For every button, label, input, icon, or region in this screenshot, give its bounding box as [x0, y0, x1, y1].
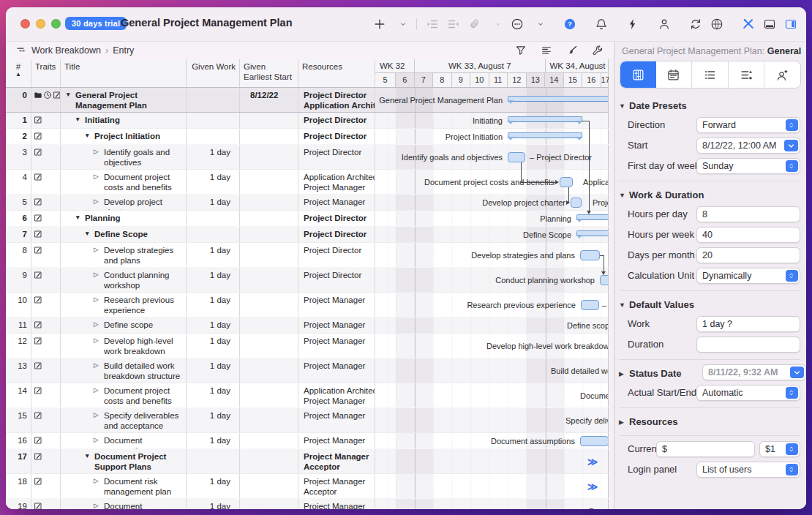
minimize-button[interactable] [36, 19, 45, 29]
date-picker-start[interactable]: 8/12/22, 12:00 AM [696, 138, 800, 154]
paperclip-icon[interactable] [468, 18, 481, 31]
gantt-bar-task[interactable] [580, 436, 609, 446]
bolt-icon[interactable] [626, 18, 639, 31]
gantt-bar-task[interactable] [560, 177, 573, 187]
trial-badge[interactable]: 30 days trial [65, 17, 127, 30]
more-circle-icon[interactable] [511, 18, 524, 31]
disclosure-triangle[interactable]: ▼ [65, 90, 75, 99]
gantt-bar-summary[interactable] [576, 230, 609, 236]
disclosure-triangle[interactable]: ▼ [84, 451, 94, 460]
table-row[interactable]: 17▼Document Project Support PlansProject… [6, 449, 614, 474]
disclosure-triangle[interactable]: ▼ [84, 131, 94, 140]
zoom-button[interactable] [51, 19, 61, 29]
inspector-tab-calendar[interactable] [656, 61, 693, 88]
gantt-bar-task[interactable] [580, 250, 600, 260]
text-field-currency-symbol[interactable]: $ [656, 441, 755, 457]
panel-bottom-icon[interactable] [763, 18, 776, 31]
table-row[interactable]: 10▷Research previous experience1 dayProj… [6, 293, 614, 317]
table-row[interactable]: 0▼General Project Management Plan8/12/22… [6, 88, 614, 113]
section-header-status-date[interactable]: ▶Status Date8/11/22, 9:32 AM [614, 364, 806, 383]
inspector-tab-list[interactable] [692, 61, 729, 88]
close-button[interactable] [20, 19, 30, 29]
inspector-tab-user-star[interactable] [764, 61, 800, 88]
tools-icon[interactable] [742, 18, 755, 31]
column-header-start[interactable]: Given Earliest Start [240, 59, 298, 87]
table-row[interactable]: 9▷Conduct planning workshop1 dayProject … [6, 268, 614, 293]
paintbrush-icon[interactable] [566, 45, 578, 56]
funnel-icon[interactable] [515, 45, 527, 56]
text-field-hours-per-day[interactable]: 8 [696, 206, 800, 222]
stepper-icon[interactable] [786, 443, 798, 455]
popup-actual-start-end[interactable]: Automatic [696, 385, 800, 401]
chevron-down-icon[interactable] [399, 20, 407, 29]
column-header-num[interactable]: #▲ [6, 59, 31, 87]
table-row[interactable]: 7▼Define ScopeProject DirectorDefine Sco… [6, 227, 614, 243]
disclosure-triangle[interactable]: ▼ [75, 213, 85, 222]
table-row[interactable]: 18▷Document risk management plan1 dayPro… [6, 474, 614, 499]
table-row[interactable]: 4▷Document project costs and benefits1 d… [6, 170, 614, 195]
person-icon[interactable] [658, 18, 671, 31]
section-header-work-duration[interactable]: ▼Work & Duration [614, 185, 806, 205]
table-row[interactable]: 11▷Define scope1 dayProject ManagerDefin… [6, 317, 614, 334]
stepper-icon[interactable] [786, 464, 798, 475]
popup-direction[interactable]: Forward [696, 117, 800, 133]
sync-icon[interactable] [689, 18, 702, 31]
disclosure-triangle[interactable]: ▼ [619, 192, 629, 199]
section-header-default-values[interactable]: ▼Default Values [614, 295, 806, 315]
column-header-work[interactable]: Given Work [187, 59, 240, 87]
gantt-bar-task[interactable] [581, 300, 599, 310]
table-row[interactable]: 5▷Develop project charter1 dayProject Ma… [6, 195, 614, 211]
text-field-hours-per-week[interactable]: 40 [696, 227, 800, 243]
table-row[interactable]: 12▷Develop high-level work breakdown str… [6, 334, 614, 358]
gantt-bar-summary[interactable] [576, 214, 609, 220]
gantt-bar-task[interactable] [600, 275, 609, 285]
outdent-icon[interactable] [447, 18, 460, 31]
table-row[interactable]: 8▷Develop strategies and plans1 dayProje… [6, 243, 614, 268]
help-filled-icon[interactable]: ? [563, 18, 576, 31]
table-row[interactable]: 2▼Project InitiationProject DirectorProj… [6, 129, 614, 145]
gantt-bar-task[interactable] [508, 152, 525, 162]
scrollbar-gutter[interactable] [609, 59, 614, 509]
disclosure-triangle[interactable]: ▶ [619, 370, 629, 377]
stepper-icon[interactable] [786, 387, 798, 399]
plus-icon[interactable] [373, 18, 386, 31]
table-row[interactable]: 19▷Document configuration management pla… [6, 499, 614, 509]
disclosure-triangle[interactable]: ▼ [75, 115, 85, 124]
bell-icon[interactable] [595, 18, 608, 31]
format-lines-icon[interactable] [541, 45, 552, 56]
stepper-icon[interactable] [786, 119, 798, 131]
inspector-tab-plan-settings[interactable] [620, 61, 656, 88]
stepper-icon[interactable] [786, 270, 798, 282]
chevron-down-icon[interactable] [536, 20, 545, 29]
table-row[interactable]: 1▼InitiatingProject DirectorInitiating [6, 113, 614, 129]
text-field-days-per-month[interactable]: 20 [696, 247, 800, 263]
table-row[interactable]: 16▷Document assumptions1 dayProject Mana… [6, 433, 614, 449]
inspector-tab-values[interactable] [729, 61, 765, 88]
disclosure-triangle[interactable]: ▼ [619, 301, 629, 309]
chevron-down-icon[interactable] [494, 20, 503, 29]
disclosure-triangle[interactable]: ▶ [619, 418, 629, 426]
text-field-work[interactable]: 1 day ? [696, 316, 800, 332]
chevron-down-icon[interactable] [784, 140, 798, 151]
stepper-icon[interactable] [786, 160, 798, 172]
popup-calculation-unit[interactable]: Dynamically [696, 268, 800, 284]
table-row[interactable]: 15▷Specify deliverables and acceptance c… [6, 408, 614, 433]
table-row[interactable]: 3▷Identify goals and objectives1 dayProj… [6, 145, 614, 170]
column-header-title[interactable]: Title [61, 59, 187, 87]
network-icon[interactable] [710, 18, 723, 31]
disclosure-triangle[interactable]: ▼ [84, 229, 94, 238]
section-header-resources[interactable]: ▶Resources [614, 412, 806, 432]
panel-right-icon[interactable] [784, 18, 797, 31]
gantt-bar-summary[interactable] [508, 116, 582, 122]
popup-currency-symbol[interactable]: $1 [759, 441, 800, 457]
popup-first-day-of-week[interactable]: Sunday [696, 158, 800, 174]
gantt-bar-task[interactable] [571, 198, 582, 208]
gantt-bar-summary[interactable] [508, 96, 609, 102]
section-header-date-presets[interactable]: ▼Date Presets [614, 96, 806, 116]
table-row[interactable]: 6▼PlanningProject DirectorPlanning [6, 211, 614, 227]
table-row[interactable]: 14▷Document project costs and benefits1 … [6, 383, 614, 408]
table-row[interactable]: 13▷Build detailed work breakdown structu… [6, 358, 614, 383]
popup-login-panel[interactable]: List of users [696, 462, 800, 478]
breadcrumb-mode[interactable]: Entry [113, 45, 134, 56]
gantt-bar-summary[interactable] [508, 132, 582, 138]
